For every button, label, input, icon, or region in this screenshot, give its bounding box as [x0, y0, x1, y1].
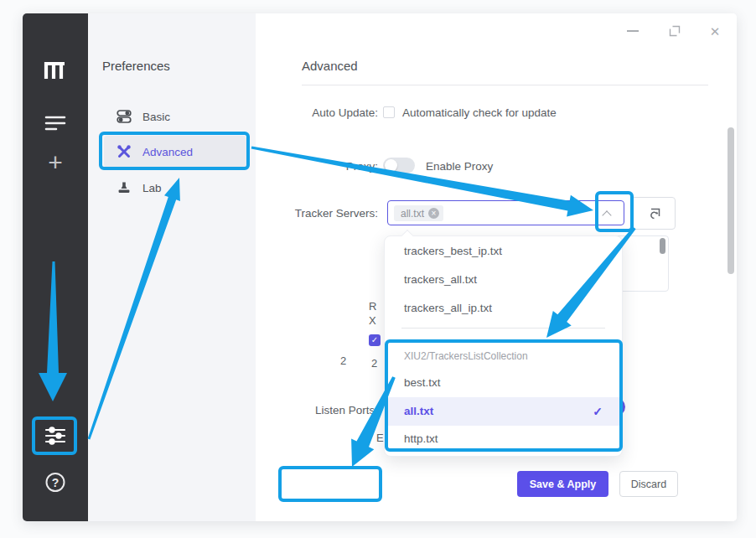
- add-task-button[interactable]: +: [48, 150, 63, 175]
- page-scrollbar[interactable]: [728, 127, 734, 274]
- tracker-list-dropdown: trackers_best_ip.txt trackers_all.txt tr…: [384, 235, 623, 457]
- save-apply-button[interactable]: Save & Apply: [517, 471, 608, 497]
- proxy-toggle[interactable]: [383, 158, 415, 173]
- preferences-button[interactable]: [44, 426, 66, 446]
- help-button[interactable]: ?: [46, 473, 65, 492]
- discard-button[interactable]: Discard: [619, 471, 678, 497]
- minimize-button[interactable]: [625, 23, 640, 39]
- sync-tracker-list-button[interactable]: [631, 197, 676, 230]
- wrench-tools-icon: [117, 144, 132, 159]
- sync-icon: [646, 207, 661, 220]
- close-button[interactable]: ✕: [707, 23, 722, 39]
- auto-update-label: Auto Update:: [241, 106, 378, 119]
- sidebar-item-lab[interactable]: Lab: [104, 172, 246, 204]
- sidebar-item-basic[interactable]: Basic: [104, 101, 246, 132]
- minimize-icon: [627, 30, 639, 32]
- preferences-title: Preferences: [102, 59, 170, 73]
- proxy-label: Proxy:: [241, 160, 378, 173]
- task-list-icon[interactable]: [44, 114, 66, 132]
- close-icon: ✕: [710, 25, 721, 38]
- hidden-text-fragment: 2: [371, 357, 377, 370]
- app-rail: + ?: [23, 13, 88, 521]
- app-window: + ? Preferences: [23, 13, 737, 521]
- hidden-checkbox-fragment: ✓: [369, 334, 381, 346]
- auto-update-checkbox[interactable]: [383, 106, 395, 118]
- question-mark-icon: ?: [46, 473, 65, 492]
- check-icon: ✓: [593, 403, 603, 420]
- listen-ports-label: Listen Ports:: [241, 404, 378, 416]
- maximize-button[interactable]: [667, 23, 682, 39]
- dropdown-option[interactable]: trackers_all_ip.txt: [385, 300, 622, 317]
- screen: { "titlebar": { "close_glyph": "✕" }, "s…: [0, 0, 756, 538]
- plus-icon: +: [48, 150, 63, 175]
- selected-tag: all.txt ×: [394, 205, 443, 221]
- sliders-icon: [44, 426, 66, 446]
- auto-update-option-label[interactable]: Automatically check for update: [402, 106, 557, 119]
- hidden-text-fragment: R: [369, 300, 376, 313]
- dropdown-divider: [401, 328, 605, 328]
- hidden-text-fragment: X: [369, 314, 376, 327]
- tag-remove-icon[interactable]: ×: [428, 208, 439, 219]
- hidden-text-fragment: E: [376, 432, 384, 444]
- dropdown-group-label: XIU2/TrackersListCollection: [404, 350, 528, 362]
- toggle-knob: [385, 159, 397, 172]
- chevron-up-icon[interactable]: [602, 210, 611, 220]
- textarea-scrollbar[interactable]: [660, 238, 665, 254]
- maximize-icon: [669, 25, 681, 37]
- sidebar-item-advanced[interactable]: Advanced: [104, 136, 246, 168]
- toggles-icon: [117, 109, 132, 124]
- stamp-icon: [117, 180, 132, 195]
- title-divider: [302, 85, 708, 85]
- dropdown-option[interactable]: trackers_all.txt: [385, 272, 622, 288]
- app-logo: [43, 59, 68, 82]
- tag-label: all.txt: [401, 208, 424, 220]
- sidebar-item-label: Advanced: [142, 146, 193, 158]
- sidebar-item-label: Basic: [142, 111, 170, 123]
- motrix-logo-icon: [43, 59, 68, 82]
- sidebar-item-label: Lab: [142, 182, 162, 194]
- proxy-option-label: Enable Proxy: [426, 160, 493, 173]
- preferences-panel: Preferences Basic Advanced: [88, 13, 256, 521]
- dropdown-option[interactable]: best.txt: [385, 375, 622, 391]
- tracker-servers-select[interactable]: all.txt ×: [387, 200, 624, 225]
- hidden-text-fragment: 2: [340, 354, 346, 367]
- dropdown-option[interactable]: trackers_best_ip.txt: [385, 243, 622, 260]
- dropdown-option[interactable]: http.txt: [385, 431, 622, 447]
- page-title: Advanced: [302, 59, 358, 73]
- tracker-servers-label: Tracker Servers:: [241, 207, 378, 220]
- dropdown-option-selected[interactable]: all.txt: [385, 403, 622, 420]
